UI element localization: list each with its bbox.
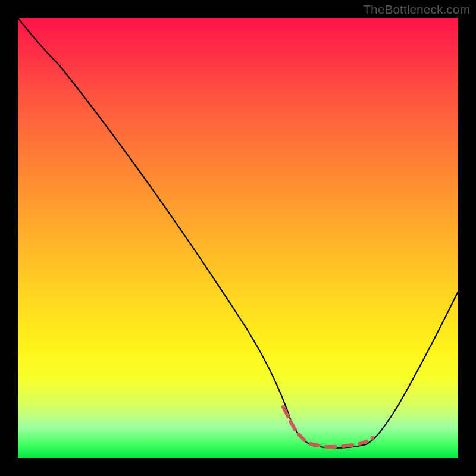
curve-svg <box>18 18 458 458</box>
svg-line-1 <box>290 421 295 430</box>
watermark-text: TheBottleneck.com <box>363 2 470 17</box>
svg-line-2 <box>299 434 305 440</box>
main-curve <box>18 18 458 448</box>
svg-line-5 <box>343 445 352 446</box>
svg-line-6 <box>359 441 367 444</box>
svg-line-3 <box>311 444 319 446</box>
svg-line-0 <box>283 407 288 416</box>
svg-point-7 <box>371 436 374 440</box>
chart-area <box>18 18 458 458</box>
highlight-dashes <box>283 407 374 447</box>
